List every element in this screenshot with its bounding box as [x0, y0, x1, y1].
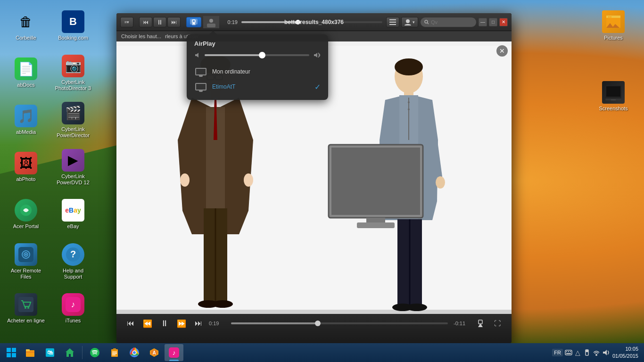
fast-forward-bottom-button[interactable]: ⏩ — [175, 317, 188, 330]
airplay-device-etimoatt[interactable]: EtimoAtT ✓ — [194, 79, 321, 94]
desktop-icon-cyberlink2[interactable]: 🎬 CyberLink PowerDirector — [52, 99, 94, 141]
svg-rect-89 — [566, 351, 567, 352]
svg-rect-13 — [606, 86, 620, 97]
acheter-label: Acheter en ligne — [7, 318, 45, 324]
svg-rect-74 — [113, 348, 116, 350]
svg-point-43 — [212, 300, 233, 308]
desktop-icon-acerremote[interactable]: Acer Remote Files — [5, 240, 47, 283]
skip-start-button[interactable]: ⏮ — [124, 317, 137, 330]
clock-time: 10:05 — [612, 346, 638, 353]
trash-icon: 🗑 — [15, 10, 37, 33]
desktop-icon-cyberlink3[interactable]: ▶ CyberLink PowerDVD 12 — [52, 146, 94, 189]
svg-rect-77 — [112, 354, 116, 355]
svg-text:A: A — [152, 350, 156, 355]
taskbar-clock[interactable]: 10:05 01/05/2015 — [612, 346, 638, 360]
clock-date: 01/05/2015 — [612, 353, 638, 360]
maximize-button[interactable]: □ — [489, 18, 497, 26]
svg-rect-65 — [7, 353, 11, 357]
list-view-button[interactable] — [386, 17, 399, 27]
svg-point-82 — [133, 351, 136, 354]
taskbar-store[interactable]: 🛍 — [41, 344, 59, 361]
taskbar-separator-1 — [82, 346, 83, 359]
airplay-popup: AirPlay Mon ordinateur — [187, 34, 328, 100]
desktop-icon-trash[interactable]: 🗑 Corbeille — [5, 5, 47, 47]
svg-rect-22 — [389, 22, 396, 23]
abdocs-label: abDocs — [17, 82, 34, 88]
desktop-icon-helpsupp[interactable]: ? Help and Support — [52, 240, 94, 283]
notification-icon[interactable]: △ — [574, 348, 581, 357]
user-account-button[interactable]: ▾ — [401, 17, 418, 27]
taskbar-clipboard[interactable] — [105, 344, 124, 361]
svg-point-9 — [27, 307, 29, 309]
svg-rect-63 — [7, 348, 11, 352]
svg-point-4 — [25, 254, 27, 255]
play-pause-bottom-button[interactable]: ⏸ — [158, 317, 171, 330]
start-button[interactable] — [2, 344, 21, 361]
taskbar-explorer[interactable] — [21, 344, 40, 361]
svg-rect-15 — [611, 99, 616, 100]
desktop-icon-cyberlink1[interactable]: 📷 CyberLink PhotoDirector 3 — [52, 52, 94, 94]
svg-text:♪: ♪ — [173, 349, 176, 356]
desktop-icon-pictures[interactable]: Pictures — [592, 5, 635, 47]
svg-text:♪: ♪ — [71, 300, 75, 309]
close-button[interactable]: ✕ — [499, 18, 508, 26]
taskbar-avast[interactable]: A — [145, 344, 164, 361]
remaining-time-bottom: -0:11 — [454, 321, 470, 326]
airplay-button[interactable] — [186, 17, 201, 27]
progress-bar-bottom[interactable] — [231, 322, 448, 324]
taskbar-home[interactable] — [60, 344, 79, 361]
search-box[interactable] — [420, 17, 477, 27]
skip-end-button[interactable]: ⏭ — [192, 317, 205, 330]
svg-point-95 — [595, 354, 597, 356]
acerremote-label: Acer Remote Files — [7, 268, 45, 280]
minimize-button[interactable]: — — [479, 18, 487, 26]
taskbar-pinned-items: 🛍 — [21, 344, 183, 361]
fullscreen-button[interactable]: ⛶ — [491, 317, 504, 330]
desktop-icon-portal[interactable]: Acer Portal — [5, 193, 47, 236]
taskbar-spotify[interactable] — [85, 344, 104, 361]
fast-forward-button[interactable]: ⏭ — [167, 17, 181, 27]
svg-point-24 — [406, 19, 410, 23]
player-titlebar: ≡▾ ⏮ ⏸ ⏭ — [116, 13, 512, 31]
desktop-icon-abphoto[interactable]: 🖼 abPhoto — [5, 146, 47, 189]
airplay-device-computer[interactable]: Mon ordinateur — [194, 64, 321, 79]
screenshots-icon — [602, 81, 625, 104]
airplay-title: AirPlay — [194, 40, 321, 47]
pause-button[interactable]: ⏸ — [153, 17, 166, 27]
booking-icon: B — [62, 10, 84, 33]
taskbar-chrome[interactable] — [125, 344, 144, 361]
desktop-icon-screenshots[interactable]: Screenshots — [592, 75, 635, 118]
svg-rect-75 — [112, 352, 117, 353]
abphoto-icon: 🖼 — [15, 152, 37, 174]
rewind-button[interactable]: ⏮ — [139, 17, 152, 27]
desktop-icon-acheter[interactable]: Acheter en ligne — [5, 288, 47, 330]
desktop-icon-booking[interactable]: B Booking.com — [52, 5, 94, 47]
rewind-bottom-button[interactable]: ⏪ — [141, 317, 154, 330]
svg-rect-68 — [26, 349, 30, 351]
svg-point-50 — [408, 108, 410, 110]
portal-icon — [15, 199, 37, 222]
ebay-icon: eBay — [62, 199, 84, 222]
helpsupp-icon: ? — [62, 243, 84, 266]
taskbar-itunes[interactable]: ♪ — [165, 344, 183, 361]
view-dropdown[interactable]: ≡▾ — [120, 17, 133, 27]
airplay-bottom-button[interactable] — [474, 317, 487, 330]
desktop-icon-ebay[interactable]: eBay eBay — [52, 193, 94, 236]
desktop-icon-abmedia[interactable]: 🎵 abMedia — [5, 99, 47, 141]
svg-point-19 — [209, 19, 213, 23]
svg-point-49 — [408, 101, 410, 103]
desktop-icon-abdocs[interactable]: 📄 abDocs — [5, 52, 47, 94]
svg-rect-67 — [26, 350, 34, 357]
volume-high-icon — [313, 52, 321, 58]
computer-device-name: Mon ordinateur — [212, 68, 250, 75]
taskbar-right: FR △ — [552, 346, 642, 360]
abphoto-label: abPhoto — [17, 176, 36, 182]
volume-icon — [602, 349, 610, 356]
svg-point-25 — [425, 20, 428, 23]
cyberlink2-icon: 🎬 — [62, 102, 84, 124]
video-close-button[interactable]: ✕ — [496, 45, 508, 57]
desktop-icon-itunes[interactable]: ♪ iTunes — [52, 288, 94, 330]
titlebar-right: ▾ — □ ✕ — [386, 17, 508, 27]
airplay-volume-slider[interactable] — [205, 54, 309, 56]
search-input[interactable] — [431, 19, 469, 25]
